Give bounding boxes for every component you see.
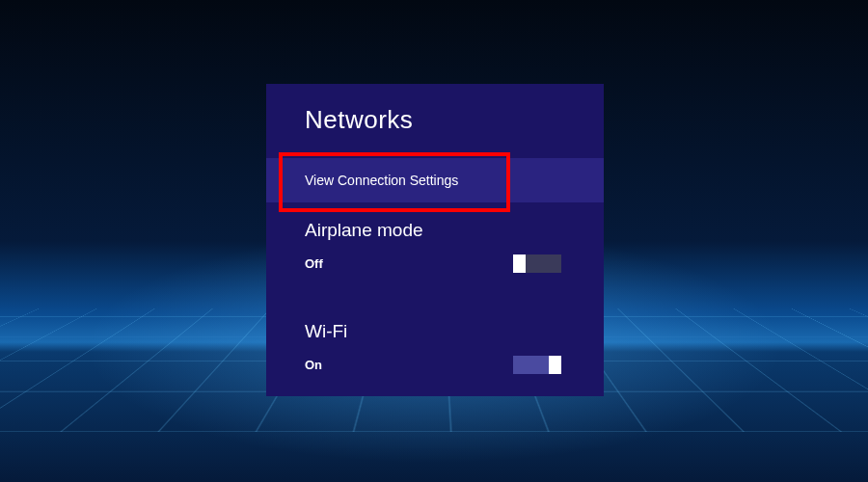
wifi-section: Wi-Fi On	[266, 304, 604, 374]
airplane-mode-title: Airplane mode	[305, 220, 565, 241]
view-connection-settings-link[interactable]: View Connection Settings	[266, 158, 604, 202]
wifi-title: Wi-Fi	[305, 321, 565, 342]
toggle-thumb	[549, 356, 561, 374]
panel-title: Networks	[266, 84, 604, 135]
airplane-mode-row: Off	[305, 254, 565, 273]
networks-panel: Networks View Connection Settings Airpla…	[266, 84, 604, 396]
wifi-status: On	[305, 358, 322, 372]
wifi-row: On	[305, 356, 565, 374]
link-label: View Connection Settings	[305, 173, 458, 188]
wifi-toggle[interactable]	[513, 356, 561, 374]
airplane-mode-status: Off	[305, 256, 323, 271]
airplane-mode-toggle[interactable]	[513, 254, 561, 273]
toggle-thumb	[513, 254, 526, 273]
airplane-mode-section: Airplane mode Off	[266, 202, 604, 273]
